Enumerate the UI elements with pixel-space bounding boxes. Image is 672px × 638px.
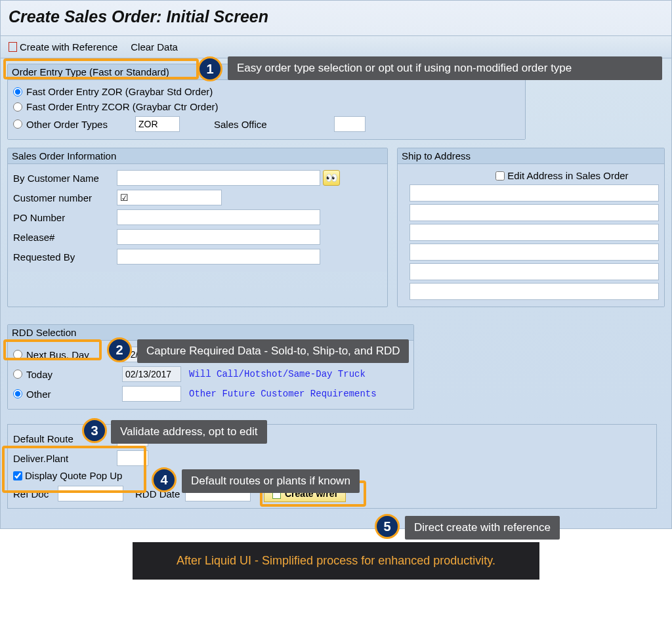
annotation-badge-1: 1 — [198, 56, 222, 81]
create-with-reference-label: Create with Reference — [20, 41, 117, 53]
display-quote-label: Display Quote Pop Up — [25, 470, 122, 481]
radio-other-types[interactable] — [13, 119, 22, 129]
ship-to-line-6[interactable] — [410, 283, 659, 300]
content-area: 1 Easy order type selection or opt out i… — [1, 58, 671, 528]
ship-to-line-3[interactable] — [410, 224, 659, 241]
toolbar: Create with Reference Clear Data — [1, 36, 671, 58]
annotation-text-1: Easy order type selection or opt out if … — [228, 56, 662, 80]
radio-fast-zcor-label: Fast Order Entry ZCOR (Graybar Ctr Order… — [26, 101, 219, 112]
annotation-badge-2: 2 — [107, 337, 132, 362]
sales-office-label: Sales Office — [214, 119, 267, 130]
document-icon — [9, 42, 17, 52]
radio-fast-zcor[interactable] — [13, 102, 22, 112]
today-note: Will Call/Hotshot/Same-Day Truck — [189, 369, 366, 379]
requested-by-label: Requested By — [13, 251, 117, 263]
requested-by-input[interactable] — [117, 249, 320, 265]
other-note: Other Future Customer Requirements — [189, 389, 377, 399]
annotation-text-2: Capture Required Data - Sold-to, Ship-to… — [137, 339, 409, 363]
annotation-text-5: Direct create with reference — [405, 516, 560, 540]
display-quote-checkbox[interactable] — [13, 471, 22, 480]
radio-fast-zor-label: Fast Order Entry ZOR (Graybar Std Order) — [26, 86, 213, 97]
edit-address-label: Edit Address in Sales Order — [507, 170, 628, 181]
annotation-badge-3: 3 — [82, 418, 107, 443]
by-customer-label: By Customer Name — [13, 173, 117, 184]
radio-next-bus-day[interactable] — [13, 350, 22, 359]
ship-to-group: Ship to Address Edit Address in Sales Or… — [397, 148, 665, 307]
deliver-plant-label: Deliver.Plant — [13, 453, 117, 464]
other-date[interactable] — [122, 386, 181, 402]
radio-other-label: Other — [26, 389, 118, 400]
ship-to-line-5[interactable] — [410, 263, 659, 280]
radio-other[interactable] — [13, 389, 22, 398]
clear-data-button[interactable]: Clear Data — [131, 41, 178, 53]
radio-next-bus-day-label: Next Bus. Day — [26, 349, 118, 360]
sales-info-header: Sales Order Information — [8, 148, 387, 164]
customer-number-label: Customer number — [13, 192, 117, 203]
radio-other-types-label: Other Order Types — [26, 119, 131, 130]
edit-address-checkbox[interactable] — [495, 171, 505, 181]
sales-info-group: Sales Order Information By Customer Name… — [7, 148, 388, 307]
sap-window: Create Sales Order: Initial Screen Creat… — [0, 0, 672, 529]
today-date[interactable] — [122, 366, 181, 382]
page-title: Create Sales Order: Initial Screen — [1, 1, 671, 36]
footer-banner: After Liquid UI - Simplified process for… — [133, 542, 539, 580]
po-number-label: PO Number — [13, 212, 117, 223]
by-customer-input[interactable] — [117, 170, 320, 186]
ref-doc-label: Ref Doc — [13, 488, 58, 500]
annotation-badge-4: 4 — [152, 467, 177, 492]
annotation-text-4: Default routes or plants if known — [182, 469, 360, 493]
customer-number-input[interactable] — [117, 190, 222, 205]
rdd-group: RDD Selection Next Bus. Day 'ASAP' Stock… — [7, 324, 414, 410]
po-number-input[interactable] — [117, 209, 320, 225]
rdd-header: RDD Selection — [8, 325, 413, 341]
radio-fast-zor[interactable] — [13, 87, 22, 96]
sales-office-input[interactable] — [334, 116, 366, 132]
radio-today[interactable] — [13, 370, 22, 379]
ship-to-line-2[interactable] — [410, 204, 659, 221]
order-type-code-input[interactable] — [135, 116, 180, 132]
customer-search-button[interactable]: 👀 — [323, 170, 340, 186]
annotation-badge-5: 5 — [375, 514, 400, 539]
binoculars-icon: 👀 — [326, 172, 338, 184]
ship-to-line-1[interactable] — [410, 184, 659, 202]
release-input[interactable] — [117, 229, 320, 245]
release-label: Release# — [13, 232, 117, 243]
clear-data-label: Clear Data — [131, 41, 178, 53]
create-with-reference-button[interactable]: Create with Reference — [9, 41, 117, 53]
radio-today-label: Today — [26, 369, 118, 380]
annotation-text-3: Validate address, opt to edit — [111, 420, 267, 444]
deliver-plant-input[interactable] — [117, 450, 148, 466]
ship-to-line-4[interactable] — [410, 244, 659, 261]
ship-to-header: Ship to Address — [398, 148, 664, 164]
ref-doc-input[interactable] — [58, 486, 123, 501]
